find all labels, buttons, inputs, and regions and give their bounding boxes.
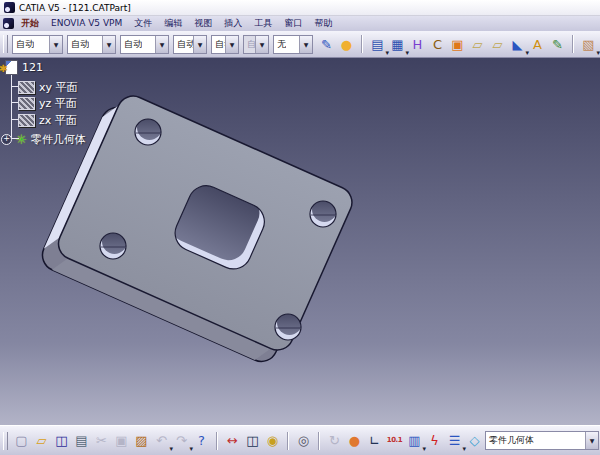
graphic-linetype-combo[interactable]: 自动▼	[67, 35, 116, 54]
flag-a-icon[interactable]: A	[528, 35, 547, 54]
blue-sail-icon[interactable]: ◣▾	[508, 35, 527, 54]
swirl-rotate-icon[interactable]: ↻	[325, 431, 344, 450]
toolbar-drag-handle[interactable]	[3, 432, 8, 450]
measure-inertia-icon-glyph: ◉	[267, 434, 278, 447]
menu-window[interactable]: 窗口	[278, 17, 308, 29]
new-document-icon-glyph: ▢	[15, 434, 27, 447]
shading-view-icon[interactable]: ▧▾	[579, 35, 598, 54]
cut-icon-glyph: ✂	[96, 434, 107, 447]
tree-root-label: 121	[22, 61, 43, 74]
database-icon[interactable]: ▥▾	[405, 431, 424, 450]
measure-between-icon[interactable]: ↔	[223, 431, 242, 450]
menu-view[interactable]: 视图	[188, 17, 218, 29]
design-table-icon[interactable]: ▦▾	[388, 35, 407, 54]
dropdown-arrow-icon[interactable]: ▼	[193, 36, 206, 53]
pad-icon-glyph: ▱	[473, 38, 483, 51]
fly-mode-icon[interactable]: ●	[345, 431, 364, 450]
menu-edit[interactable]: 编辑	[158, 17, 188, 29]
hand-pen-icon[interactable]: ✎	[548, 35, 567, 54]
menu-enovia[interactable]: ENOVIA V5 VPM	[45, 17, 128, 29]
menu-insert[interactable]: 插入	[218, 17, 248, 29]
menu-file[interactable]: 文件	[128, 17, 158, 29]
dropdown-arrow-icon[interactable]: ▼	[155, 36, 168, 53]
orange-box-icon[interactable]: ▣	[448, 35, 467, 54]
axis-system-icon[interactable]: ∟	[365, 431, 384, 450]
update-icon[interactable]: ϟ	[425, 431, 444, 450]
wizard-ball-icon-glyph: ●	[341, 38, 352, 51]
redo-icon-glyph: ↷	[176, 434, 187, 447]
dropdown-arrow-icon[interactable]: ▼	[49, 36, 62, 53]
graphic-none-combo-value: 无	[274, 38, 286, 51]
print-icon[interactable]: ▤	[72, 431, 91, 450]
formula-icon-glyph: ▤	[371, 38, 383, 51]
paste-icon[interactable]: ▨	[132, 431, 151, 450]
hand-pen-icon-glyph: ✎	[552, 38, 563, 51]
tree-root-part[interactable]: ✱ 121	[5, 60, 43, 75]
graphic-render-combo-value: 自动	[212, 38, 225, 51]
redo-icon[interactable]: ↷▾	[172, 431, 191, 450]
tree-item-partbody[interactable]: + ✳ 零件几何体	[1, 132, 86, 147]
toolbar-separator	[287, 432, 289, 450]
dropdown-arrow-icon[interactable]: ▼	[585, 432, 598, 449]
dropdown-arrow-icon[interactable]: ▼	[102, 36, 115, 53]
tree-item-xy-plane[interactable]: xy 平面	[18, 80, 78, 95]
design-table-list-icon-glyph: ☰	[449, 434, 461, 447]
graphic-thickness-combo[interactable]: 自动▼	[120, 35, 169, 54]
new-document-icon[interactable]: ▢	[12, 431, 31, 450]
graphic-color-combo[interactable]: 自动▼	[12, 35, 63, 54]
menu-help[interactable]: 帮助	[308, 17, 338, 29]
dropdown-arrow-icon[interactable]: ▼	[299, 36, 312, 53]
dropdown-arrow-icon[interactable]: ▼	[225, 36, 238, 53]
catalog-cylinder-icon[interactable]: C	[428, 35, 447, 54]
mean-dimensions-icon[interactable]: 10.1	[385, 431, 404, 450]
catia-window: CATIA V5 - [121.CATPart] 开始ENOVIA V5 VPM…	[0, 0, 600, 455]
cut-icon[interactable]: ✂	[92, 431, 111, 450]
measure-item-icon-glyph: ◫	[246, 434, 258, 447]
tree-item-yz-plane[interactable]: yz 平面	[18, 96, 77, 111]
wizard-ball-icon[interactable]: ●	[337, 35, 356, 54]
bottom-toolbar: ▢▱◫▤✂▣▨↶▾↷▾?↔◫◉◎↻●∟10.1▥▾ϟ☰▾◇零件几何体▼✎	[0, 425, 600, 455]
plane-icon	[18, 81, 35, 94]
measure-inertia-icon[interactable]: ◉	[263, 431, 282, 450]
3d-model-plate[interactable]	[0, 58, 600, 425]
save-icon[interactable]: ◫	[52, 431, 71, 450]
document-icon[interactable]	[3, 18, 14, 29]
knowledge-inspector-icon-glyph: H	[413, 38, 423, 51]
pocket-icon[interactable]: ▱	[488, 35, 507, 54]
copy-icon[interactable]: ▣	[112, 431, 131, 450]
in-work-object-combo[interactable]: 零件几何体▼	[485, 431, 599, 450]
mean-dimensions-icon-glyph: 10.1	[387, 437, 402, 444]
graphic-layer-combo[interactable]: 自动▼	[243, 35, 269, 54]
top-toolbar: 自动▼自动▼自动▼自动▼自动▼自动▼无▼✎●▤▾▦▾HC▣▱▱◣▾A✎▧▾▨▧	[0, 31, 600, 58]
whats-this-icon-glyph: ?	[198, 434, 205, 447]
in-work-object-combo-value: 零件几何体	[486, 434, 534, 447]
painter-icon[interactable]: ✎	[317, 35, 336, 54]
undo-icon[interactable]: ↶▾	[152, 431, 171, 450]
graphic-point-combo[interactable]: 自动▼	[173, 35, 207, 54]
formula-icon[interactable]: ▤▾	[368, 35, 387, 54]
menu-bar: 开始ENOVIA V5 VPM文件编辑视图插入工具窗口帮助	[0, 16, 600, 31]
catalog-browser-icon-glyph: ◇	[470, 434, 480, 447]
design-table-list-icon[interactable]: ☰▾	[445, 431, 464, 450]
open-folder-icon[interactable]: ▱	[32, 431, 51, 450]
knowledge-inspector-icon[interactable]: H	[408, 35, 427, 54]
pad-icon[interactable]: ▱	[468, 35, 487, 54]
undo-icon-glyph: ↶	[156, 434, 167, 447]
toolbar-drag-handle[interactable]	[3, 35, 8, 53]
dropdown-arrow-icon[interactable]: ▼	[255, 36, 268, 53]
graphic-render-combo[interactable]: 自动▼	[211, 35, 239, 54]
expand-plus-icon[interactable]: +	[1, 134, 12, 145]
partbody-gear-icon: ✳	[16, 133, 27, 146]
camera-icon[interactable]: ◎	[294, 431, 313, 450]
tree-item-zx-plane[interactable]: zx 平面	[18, 113, 77, 128]
3d-viewport[interactable]: ✱ 121 xy 平面 yz 平面 zx 平面 + ✳ 零件几何体	[0, 58, 600, 425]
toolbar-separator	[572, 35, 574, 53]
graphic-none-combo[interactable]: 无▼	[273, 35, 313, 54]
measure-item-icon[interactable]: ◫	[243, 431, 262, 450]
fly-mode-icon-glyph: ●	[349, 434, 360, 447]
menu-start[interactable]: 开始	[15, 17, 45, 29]
paste-icon-glyph: ▨	[135, 434, 147, 447]
menu-tools[interactable]: 工具	[248, 17, 278, 29]
whats-this-icon[interactable]: ?	[192, 431, 211, 450]
catalog-browser-icon[interactable]: ◇	[465, 431, 484, 450]
